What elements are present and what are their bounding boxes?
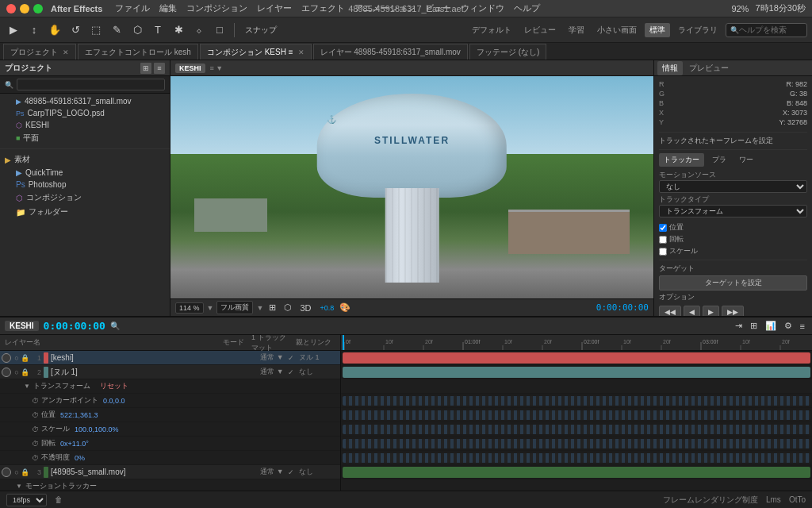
project-subfolder-composition[interactable]: ⬡ コンポジション	[0, 190, 170, 205]
track-bar-3[interactable]	[343, 467, 810, 478]
menu-window[interactable]: ウィンドウ	[461, 2, 504, 14]
layer-1-solo[interactable]: ○	[13, 354, 21, 362]
tl-btn-4[interactable]: ⚙	[782, 320, 795, 332]
tab-layer[interactable]: レイヤー 48985-45918:6317_small.mov	[313, 44, 468, 60]
tool-rotate[interactable]: ↺	[67, 21, 84, 39]
timeline-playhead[interactable]	[343, 335, 344, 350]
tool-clone[interactable]: ⬦	[190, 21, 208, 39]
scale-stopwatch[interactable]: ⏱	[32, 425, 39, 433]
workspace-review[interactable]: レビュー	[519, 23, 561, 37]
prop-position[interactable]: ⏱ 位置 522:1,361.3	[0, 408, 340, 422]
analyze-fwd[interactable]: ▶	[703, 306, 719, 316]
comp-viewer-canvas[interactable]: ⚓ STILLWATER	[170, 76, 653, 298]
tracker-tab-p[interactable]: プラ	[707, 153, 731, 167]
layer-2-vis[interactable]	[2, 368, 11, 377]
project-file-psd[interactable]: Ps CarpTIPS_LOGO.psd	[0, 107, 170, 119]
resolution-dropdown[interactable]: ▼	[256, 304, 263, 312]
tool-text[interactable]: T	[149, 21, 167, 39]
rotation-check-label[interactable]: 回転	[659, 234, 807, 244]
tl-btn-1[interactable]: ⇥	[733, 320, 745, 332]
transform-reset[interactable]: リセット	[100, 381, 128, 391]
layer-3-track[interactable]: なし	[299, 467, 339, 477]
workspace-small[interactable]: 小さい画面	[592, 23, 642, 37]
position-checkbox[interactable]	[659, 224, 667, 232]
layer-3-vis[interactable]	[2, 468, 11, 477]
anchor-stopwatch[interactable]: ⏱	[32, 397, 39, 405]
snap-button[interactable]: スナップ	[240, 21, 282, 39]
viewer-btn-alpha[interactable]: 🎨	[337, 302, 353, 314]
layer-2-mode[interactable]: 通常 ▼	[256, 367, 288, 377]
fps-selector[interactable]: 16fps	[6, 494, 47, 506]
scale-check-label[interactable]: スケール	[659, 246, 807, 256]
tab-close-comp[interactable]: ✕	[298, 48, 304, 56]
prop-rotation[interactable]: ⏱ 回転 0x+11.0°	[0, 437, 340, 451]
tracker-tab-w[interactable]: ワー	[734, 153, 758, 167]
track-bar-1[interactable]	[343, 352, 810, 364]
layer-2-track[interactable]: なし	[299, 367, 339, 377]
rotation-checkbox[interactable]	[659, 236, 667, 244]
layer-2-lock[interactable]: 🔒	[21, 368, 29, 376]
tab-close-project[interactable]: ✕	[63, 48, 69, 56]
edit-target-btn[interactable]: ターゲットを設定	[659, 275, 807, 291]
motion-tracker-toggle[interactable]: ▼	[16, 483, 24, 491]
viewer-btn-safe[interactable]: ⬡	[282, 302, 294, 314]
prop-motion-tracker[interactable]: ▼ モーショントラッカー	[0, 479, 340, 491]
project-new-folder[interactable]: ⊞	[140, 63, 151, 74]
tool-hand[interactable]: ✋	[46, 21, 63, 39]
tool-brush[interactable]: ✱	[170, 21, 187, 39]
layer-row-1[interactable]: ○ 🔒 1 [keshi] 通常 ▼ ✓ ヌル 1	[0, 351, 340, 365]
rpt-info[interactable]: 情報	[657, 61, 683, 75]
tool-pen[interactable]: ✎	[108, 21, 125, 39]
opacity-value[interactable]: 0%	[75, 454, 85, 462]
viewer-btn-3d[interactable]: 3D	[297, 302, 313, 314]
help-search-input[interactable]	[739, 25, 802, 34]
project-subfolder-folder[interactable]: 📁 フォルダー	[0, 205, 170, 219]
tab-project[interactable]: プロジェクト ✕	[3, 44, 76, 60]
viewer-btn-grid[interactable]: ⊞	[266, 302, 278, 314]
tab-effects[interactable]: エフェクトコントロール kesh	[78, 44, 198, 60]
motion-source-select[interactable]: なし	[659, 180, 807, 193]
analyze-back[interactable]: ◀	[684, 306, 700, 316]
project-search-input[interactable]	[17, 79, 165, 90]
rotation-stopwatch[interactable]: ⏱	[32, 440, 39, 448]
rpt-preview[interactable]: プレビュー	[684, 61, 733, 75]
menu-composition[interactable]: コンポジション	[186, 2, 247, 14]
project-new-comp[interactable]: ≡	[154, 63, 165, 74]
layer-row-3[interactable]: ○ 🔒 3 [48985-si_small.mov] 通常 ▼ ✓ なし	[0, 465, 340, 479]
project-file-comp[interactable]: ⬡ KESHI	[0, 119, 170, 131]
workspace-learn[interactable]: 学習	[564, 23, 589, 37]
layer-3-lock[interactable]: 🔒	[21, 468, 29, 476]
tool-shape[interactable]: ⬡	[128, 21, 146, 39]
position-check-label[interactable]: 位置	[659, 222, 807, 233]
menu-layer[interactable]: レイヤー	[257, 2, 292, 14]
tool-mask[interactable]: □	[211, 21, 228, 39]
project-folder-素材[interactable]: ▶ 素材	[0, 152, 170, 167]
prop-scale[interactable]: ⏱ スケール 100.0,100.0%	[0, 422, 340, 437]
workspace-library[interactable]: ライブラリ	[673, 23, 722, 37]
project-subfolder-quicktime[interactable]: ▶ QuickTime	[0, 167, 170, 179]
timeline-timecode[interactable]: 0:00:00:00	[44, 320, 105, 332]
tl-btn-2[interactable]: ⊞	[748, 320, 760, 332]
tl-btn-5[interactable]: ≡	[798, 320, 807, 332]
timeline-search-btn[interactable]: 🔍	[110, 321, 120, 330]
opacity-stopwatch[interactable]: ⏱	[32, 454, 39, 462]
tool-move[interactable]: ↕	[25, 21, 43, 39]
layer-1-vis[interactable]	[2, 353, 11, 363]
tab-footage[interactable]: フッテージ (なし)	[469, 44, 546, 60]
maximize-button[interactable]	[33, 4, 43, 13]
workspace-standard[interactable]: 標準	[645, 23, 670, 37]
tool-camera[interactable]: ⬚	[87, 21, 105, 39]
project-file-mov[interactable]: ▶ 48985-45918:6317_small.mov	[0, 95, 170, 107]
position-value[interactable]: 522:1,361.3	[60, 411, 98, 419]
tab-composition[interactable]: コンポジション KESH ≡ ✕	[200, 44, 312, 60]
menu-effects[interactable]: エフェクト	[301, 2, 345, 14]
layer-1-mode[interactable]: 通常 ▼	[256, 352, 288, 363]
close-button[interactable]	[6, 4, 16, 13]
help-search-box[interactable]: 🔍	[726, 23, 807, 37]
scale-value[interactable]: 100.0,100.0%	[75, 425, 119, 433]
layer-3-mode[interactable]: 通常 ▼	[256, 467, 288, 477]
track-bar-2[interactable]	[343, 367, 810, 378]
rotation-value[interactable]: 0x+11.0°	[60, 440, 89, 448]
resolution-label[interactable]: フル画質	[216, 301, 253, 314]
layer-1-lock[interactable]: 🔒	[21, 354, 29, 362]
